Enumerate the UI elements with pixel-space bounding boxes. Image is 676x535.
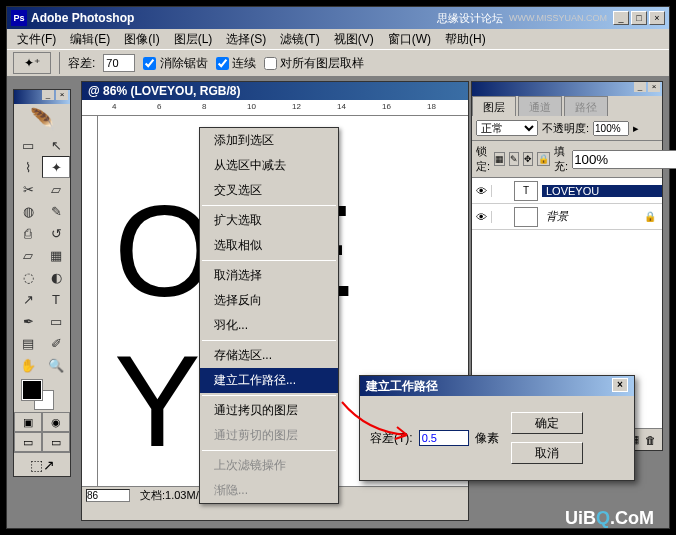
color-swatches[interactable] [14,376,70,412]
tolerance-input[interactable] [419,430,469,446]
layer-row[interactable]: 👁 背景 🔒 [472,204,662,230]
app-window: Ps Adobe Photoshop 思缘设计论坛 WWW.MISSYUAN.C… [6,6,670,529]
magic-wand-icon[interactable]: ✦⁺ [13,52,51,74]
screen-mode-2[interactable]: ▭ [42,432,70,452]
separator [202,205,336,206]
zoom-tool[interactable]: 🔍 [42,354,70,376]
contiguous-checkbox[interactable]: 连续 [216,55,256,72]
visibility-icon[interactable]: 👁 [472,185,492,197]
eraser-tool[interactable]: ▱ [14,244,42,266]
menu-filter[interactable]: 滤镜(T) [274,29,325,50]
hand-tool[interactable]: ✋ [14,354,42,376]
fill-input[interactable] [572,150,676,169]
app-icon: Ps [11,10,27,26]
ok-button[interactable]: 确定 [511,412,583,434]
layer-name[interactable]: 背景 [542,209,644,224]
ctx-make-workpath[interactable]: 建立工作路径... [200,368,338,393]
pen-tool[interactable]: ✒ [14,310,42,332]
ctx-inverse[interactable]: 选择反向 [200,288,338,313]
lasso-tool[interactable]: ⌇ [14,156,42,178]
menu-window[interactable]: 窗口(W) [382,29,437,50]
layer-thumb [514,207,538,227]
lock-paint-icon[interactable]: ✎ [509,152,519,166]
shape-tool[interactable]: ▭ [42,310,70,332]
ctx-similar[interactable]: 选取相似 [200,233,338,258]
heal-tool[interactable]: ◍ [14,200,42,222]
make-workpath-dialog: 建立工作路径 × 容差(T): 像素 确定 取消 [359,375,635,481]
forum-text: 思缘设计论坛 [437,11,503,26]
ctx-subtract-selection[interactable]: 从选区中减去 [200,153,338,178]
brush-tool[interactable]: ✎ [42,200,70,222]
dialog-title: 建立工作路径 [366,378,438,394]
lock-transparency-icon[interactable]: ▦ [494,152,505,166]
close-button[interactable]: × [649,11,665,25]
history-brush-tool[interactable]: ↺ [42,222,70,244]
fg-color[interactable] [22,380,42,400]
app-title: Adobe Photoshop [31,11,437,25]
menu-edit[interactable]: 编辑(E) [64,29,116,50]
ctx-grow[interactable]: 扩大选取 [200,208,338,233]
tolerance-input[interactable] [103,54,135,72]
quickmask-mode[interactable]: ◉ [42,412,70,432]
cancel-button[interactable]: 取消 [511,442,583,464]
menu-help[interactable]: 帮助(H) [439,29,492,50]
options-bar: ✦⁺ 容差: 消除锯齿 连续 对所有图层取样 [7,49,669,77]
lock-label: 锁定: [476,144,490,174]
menu-view[interactable]: 视图(V) [328,29,380,50]
titlebar: Ps Adobe Photoshop 思缘设计论坛 WWW.MISSYUAN.C… [7,7,669,29]
toolbox-min-icon[interactable]: _ [42,90,54,100]
crop-tool[interactable]: ✂ [14,178,42,200]
opacity-input[interactable] [593,121,629,136]
marquee-tool[interactable]: ▭ [14,134,42,156]
tab-layers[interactable]: 图层 [472,96,516,116]
stamp-tool[interactable]: ⎙ [14,222,42,244]
dialog-close-icon[interactable]: × [612,378,628,392]
layer-name[interactable]: LOVEYOU [542,185,662,197]
slice-tool[interactable]: ▱ [42,178,70,200]
minimize-button[interactable]: _ [613,11,629,25]
blur-tool[interactable]: ◌ [14,266,42,288]
lock-move-icon[interactable]: ✥ [523,152,533,166]
layer-row[interactable]: 👁 T LOVEYOU [472,178,662,204]
path-tool[interactable]: ↗ [14,288,42,310]
menubar: 文件(F) 编辑(E) 图像(I) 图层(L) 选择(S) 滤镜(T) 视图(V… [7,29,669,49]
eyedropper-tool[interactable]: ✐ [42,332,70,354]
zoom-input[interactable] [86,489,130,502]
ruler-horizontal: 46 810 1214 1618 [82,100,468,116]
toolbox-close-icon[interactable]: × [56,90,68,100]
maximize-button[interactable]: □ [631,11,647,25]
menu-file[interactable]: 文件(F) [11,29,62,50]
type-tool[interactable]: T [42,288,70,310]
antialias-checkbox[interactable]: 消除锯齿 [143,55,207,72]
visibility-icon[interactable]: 👁 [472,211,492,223]
toolbox: _× 🪶 ▭↖ ⌇✦ ✂▱ ◍✎ ⎙↺ ▱▦ ◌◐ ↗T ✒▭ ▤✐ ✋🔍 ▣◉ [13,89,71,477]
dodge-tool[interactable]: ◐ [42,266,70,288]
menu-layer[interactable]: 图层(L) [168,29,219,50]
workspace: _× 🪶 ▭↖ ⌇✦ ✂▱ ◍✎ ⎙↺ ▱▦ ◌◐ ↗T ✒▭ ▤✐ ✋🔍 ▣◉ [7,77,669,528]
menu-select[interactable]: 选择(S) [220,29,272,50]
notes-tool[interactable]: ▤ [14,332,42,354]
magic-wand-tool[interactable]: ✦ [42,156,70,178]
ctx-intersect-selection[interactable]: 交叉选区 [200,178,338,203]
panel-close-icon[interactable]: × [648,82,660,92]
lock-all-icon[interactable]: 🔒 [537,152,550,166]
gradient-tool[interactable]: ▦ [42,244,70,266]
tab-channels[interactable]: 通道 [518,96,562,116]
panel-min-icon[interactable]: _ [634,82,646,92]
ctx-layer-via-copy[interactable]: 通过拷贝的图层 [200,398,338,423]
tab-paths[interactable]: 路径 [564,96,608,116]
ctx-add-to-selection[interactable]: 添加到选区 [200,128,338,153]
tolerance-label: 容差: [68,55,95,72]
opacity-label: 不透明度: [542,121,589,136]
screen-mode-1[interactable]: ▭ [14,432,42,452]
menu-image[interactable]: 图像(I) [118,29,165,50]
move-tool[interactable]: ↖ [42,134,70,156]
standard-mode[interactable]: ▣ [14,412,42,432]
ctx-deselect[interactable]: 取消选择 [200,263,338,288]
all-layers-checkbox[interactable]: 对所有图层取样 [264,55,364,72]
ctx-feather[interactable]: 羽化... [200,313,338,338]
blend-mode-select[interactable]: 正常 [476,120,538,136]
jump-to-ir[interactable]: ⬚↗ [14,452,70,476]
ctx-save-selection[interactable]: 存储选区... [200,343,338,368]
trash-icon[interactable]: 🗑 [645,434,656,446]
